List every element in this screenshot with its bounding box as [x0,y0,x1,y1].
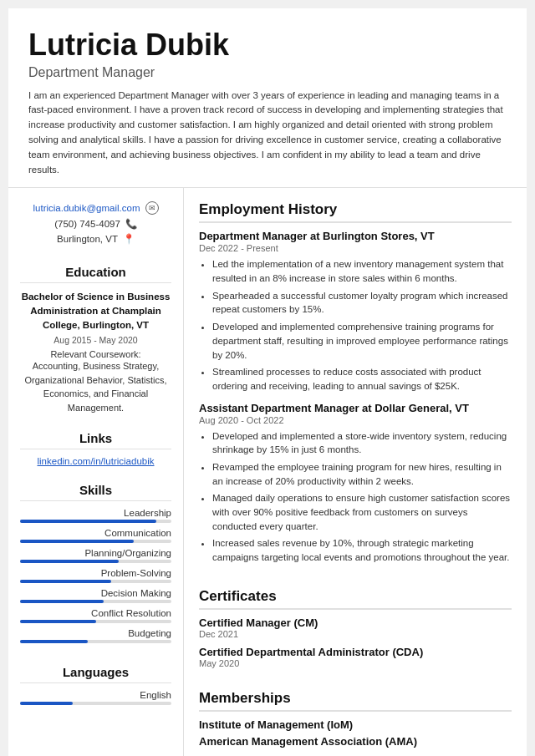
languages-section: Languages English [20,665,171,710]
language-label: English [20,690,171,700]
cert-date: May 2020 [199,658,512,668]
education-degree: Bachelor of Science in Business Administ… [20,290,171,332]
skill-label: Communication [20,528,171,538]
education-title: Education [20,265,171,283]
skill-item: Leadership [20,508,171,523]
cert-name: Certified Manager (CM) [199,616,512,629]
jobs-list: Department Manager at Burlington Stores,… [199,230,512,564]
skill-item: Communication [20,528,171,543]
candidate-title: Department Manager [28,65,507,80]
candidate-summary: I am an experienced Department Manager w… [28,89,507,178]
skill-bar-fill [20,560,119,563]
phone-icon: 📞 [125,218,137,230]
skill-label: Leadership [20,508,171,518]
contact-section: lutricia.dubik@gmail.com ✉ (750) 745-409… [20,201,171,248]
resume-container: Lutricia Dubik Department Manager I am a… [8,8,527,756]
language-item: English [20,690,171,705]
location-icon: 📍 [123,233,135,245]
employment-title: Employment History [199,201,512,223]
coursework-label: Relevant Coursework: [20,349,171,359]
email-text: lutricia.dubik@gmail.com [33,203,140,213]
job-title: Assistant Department Manager at Dollar G… [199,402,512,414]
left-column: lutricia.dubik@gmail.com ✉ (750) 745-409… [8,188,184,756]
skill-bar-bg [20,560,171,563]
memberships-section: Memberships Institute of Management (IoM… [199,690,512,752]
language-bar-bg [20,702,171,705]
skills-section: Skills Leadership Communication Planning… [20,483,171,648]
cert-date: Dec 2021 [199,629,512,639]
right-column: Employment History Department Manager at… [184,188,527,756]
skill-bar-fill [20,520,156,523]
job-bullet: Led the implementation of a new inventor… [212,257,512,285]
employment-section: Employment History Department Manager at… [199,201,512,572]
email-row: lutricia.dubik@gmail.com ✉ [20,201,171,215]
skills-list: Leadership Communication Planning/Organi… [20,508,171,643]
skill-item: Budgeting [20,628,171,643]
links-section: Links linkedin.com/in/lutriciadubik [20,431,171,466]
job-bullet: Developed and implemented a store-wide i… [212,429,512,457]
cert-entry: Certified Manager (CM) Dec 2021 [199,616,512,639]
job-bullets: Developed and implemented a store-wide i… [199,429,512,565]
location-row: Burlington, VT 📍 [20,233,171,245]
job-entry: Department Manager at Burlington Stores,… [199,230,512,393]
links-title: Links [20,431,171,449]
email-icon: ✉ [145,201,159,215]
language-bar-fill [20,702,73,705]
phone-text: (750) 745-4097 [54,219,120,229]
skill-label: Planning/Organizing [20,548,171,558]
cert-name: Certified Departmental Administrator (CD… [199,646,512,658]
languages-list: English [20,690,171,705]
skill-label: Conflict Resolution [20,608,171,618]
body-columns: lutricia.dubik@gmail.com ✉ (750) 745-409… [8,188,527,756]
job-bullet: Streamlined processes to reduce costs as… [212,365,512,393]
skill-bar-fill [20,540,134,543]
job-dates: Dec 2022 - Present [199,243,512,253]
skill-bar-bg [20,600,171,603]
job-bullet: Managed daily operations to ensure high … [212,491,512,533]
skill-bar-bg [20,620,171,623]
skill-label: Decision Making [20,588,171,598]
skill-item: Conflict Resolution [20,608,171,623]
skill-bar-fill [20,640,88,643]
skill-bar-bg [20,540,171,543]
job-title: Department Manager at Burlington Stores,… [199,230,512,242]
member-entry: American Management Association (AMA) [199,735,512,748]
members-list: Institute of Management (IoM)American Ma… [199,718,512,748]
skill-bar-fill [20,580,111,583]
skill-bar-fill [20,620,96,623]
skill-item: Decision Making [20,588,171,603]
education-dates: Aug 2015 - May 2020 [20,335,171,345]
linkedin-link[interactable]: linkedin.com/in/lutriciadubik [20,456,171,466]
header-section: Lutricia Dubik Department Manager I am a… [8,8,527,188]
job-bullets: Led the implementation of a new inventor… [199,257,512,393]
certs-list: Certified Manager (CM) Dec 2021 Certifie… [199,616,512,668]
location-text: Burlington, VT [57,234,118,244]
memberships-title: Memberships [199,690,512,712]
job-dates: Aug 2020 - Oct 2022 [199,415,512,425]
job-entry: Assistant Department Manager at Dollar G… [199,402,512,565]
skill-label: Budgeting [20,628,171,638]
skill-item: Problem-Solving [20,568,171,583]
skill-bar-bg [20,640,171,643]
skill-item: Planning/Organizing [20,548,171,563]
job-bullet: Revamped the employee training program f… [212,460,512,488]
skills-title: Skills [20,483,171,501]
skill-bar-bg [20,520,171,523]
skill-bar-fill [20,600,104,603]
languages-title: Languages [20,665,171,683]
job-bullet: Developed and implemented comprehensive … [212,320,512,362]
phone-row: (750) 745-4097 📞 [20,218,171,230]
skill-bar-bg [20,580,171,583]
education-section: Education Bachelor of Science in Busines… [20,265,171,414]
job-bullet: Increased sales revenue by 10%, through … [212,536,512,564]
member-entry: Institute of Management (IoM) [199,718,512,731]
skill-label: Problem-Solving [20,568,171,578]
coursework-text: Accounting, Business Strategy, Organizat… [20,359,171,414]
job-bullet: Spearheaded a successful customer loyalt… [212,289,512,317]
cert-entry: Certified Departmental Administrator (CD… [199,646,512,668]
certificates-title: Certificates [199,588,512,610]
candidate-name: Lutricia Dubik [28,28,507,62]
certificates-section: Certificates Certified Manager (CM) Dec … [199,588,512,675]
